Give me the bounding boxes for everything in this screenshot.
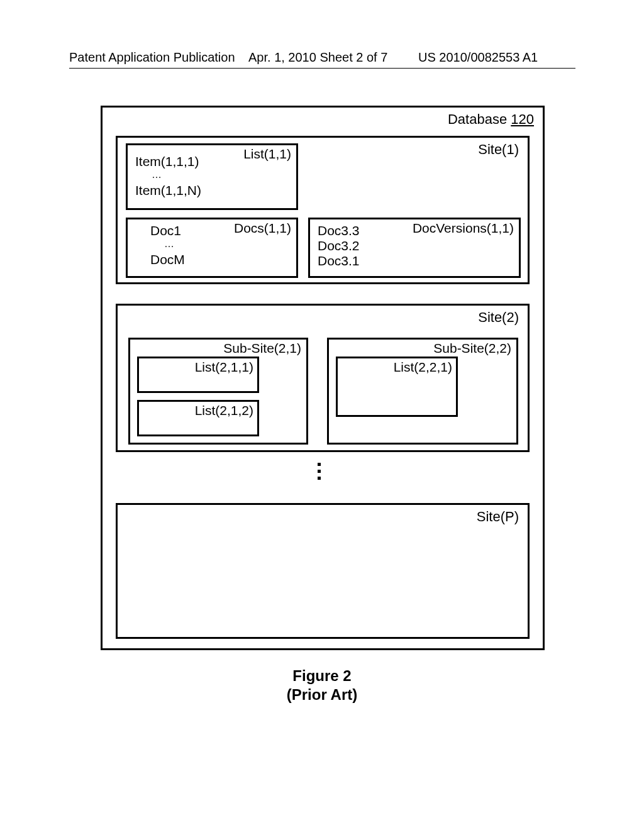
docs-1-1-ellipsis: … xyxy=(164,238,175,250)
list-1-1-item-last: Item(1,1,N) xyxy=(135,183,201,198)
site-1-label: Site(1) xyxy=(478,141,519,158)
vertical-ellipsis xyxy=(318,459,321,484)
list-1-1-ellipsis: … xyxy=(152,169,162,180)
docversions-entry-1: Doc3.1 xyxy=(318,253,360,268)
docversions-entry-2: Doc3.2 xyxy=(318,238,360,253)
docversions-1-1-box: DocVersions(1,1) Doc3.3 Doc3.2 Doc3.1 xyxy=(308,218,521,278)
site-P-box: Site(P) xyxy=(116,503,530,639)
database-number: 120 xyxy=(511,111,534,127)
database-label-text: Database xyxy=(448,111,511,127)
header-rule xyxy=(69,68,575,69)
subsite-2-2-label: Sub-Site(2,2) xyxy=(433,341,511,356)
list-2-2-1-box: List(2,2,1) xyxy=(336,357,458,417)
header-publication: Patent Application Publication xyxy=(69,50,235,65)
docversions-1-1-label: DocVersions(1,1) xyxy=(413,221,514,236)
site-P-label: Site(P) xyxy=(477,509,519,525)
site-2-label: Site(2) xyxy=(478,309,519,326)
subsite-2-1-label: Sub-Site(2,1) xyxy=(223,341,301,356)
list-1-1-box: List(1,1) Item(1,1,1) … Item(1,1,N) xyxy=(126,143,298,210)
list-2-2-1-label: List(2,2,1) xyxy=(394,360,452,375)
list-2-1-2-box: List(2,1,2) xyxy=(137,400,259,436)
figure-caption-line1: Figure 2 xyxy=(0,667,644,685)
list-2-1-1-label: List(2,1,1) xyxy=(195,360,253,375)
list-1-1-label: List(1,1) xyxy=(243,147,291,162)
figure-caption-line2: (Prior Art) xyxy=(0,685,644,704)
docs-1-1-box: Docs(1,1) Doc1 … DocM xyxy=(126,218,298,278)
list-2-1-1-box: List(2,1,1) xyxy=(137,357,259,393)
page: Patent Application Publication Apr. 1, 2… xyxy=(0,0,644,830)
header-pub-number: US 2010/0082553 A1 xyxy=(418,50,538,65)
list-2-1-2-label: List(2,1,2) xyxy=(195,403,253,418)
figure-caption: Figure 2 (Prior Art) xyxy=(0,667,644,704)
list-1-1-item-first: Item(1,1,1) xyxy=(135,154,199,169)
database-label: Database 120 xyxy=(448,111,534,128)
docs-1-1-last: DocM xyxy=(150,252,185,267)
header-date-sheet: Apr. 1, 2010 Sheet 2 of 7 xyxy=(248,50,387,65)
docs-1-1-label: Docs(1,1) xyxy=(234,221,291,236)
docs-1-1-first: Doc1 xyxy=(150,223,181,238)
docversions-entry-3: Doc3.3 xyxy=(318,223,360,238)
